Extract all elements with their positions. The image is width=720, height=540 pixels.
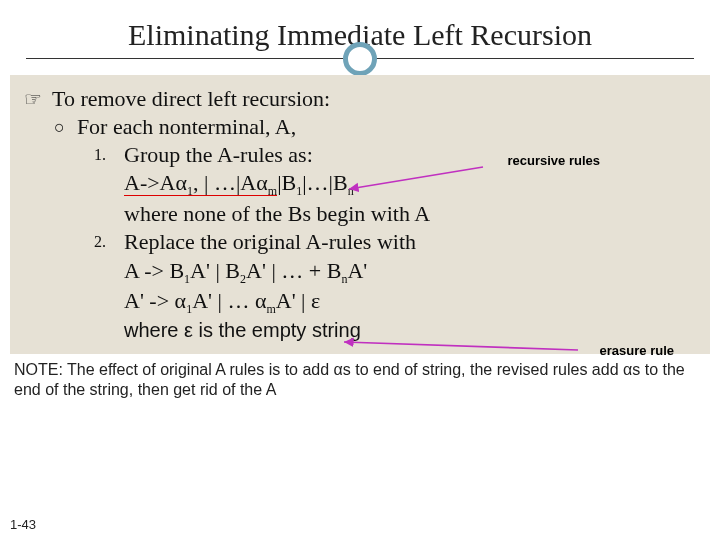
bullet-level2: ○ For each nonterminal, A,: [54, 113, 696, 141]
page-number: 1-43: [10, 517, 36, 532]
circle-bullet-icon: ○: [54, 113, 65, 141]
t: A' | B: [190, 258, 240, 283]
step2-line2: A' -> α1A' | … αmA' | ε: [124, 287, 696, 318]
t: |B: [277, 170, 296, 195]
svg-line-0: [349, 167, 483, 189]
note-text: NOTE: The effect of original A rules is …: [14, 360, 706, 400]
t: A' -> α: [124, 288, 186, 313]
t: A' | ε: [276, 288, 321, 313]
step1-where: where none of the Bs begin with A: [124, 200, 696, 228]
annot-erasure: erasure rule: [600, 343, 674, 360]
t: A -> B: [124, 258, 184, 283]
divider: [26, 58, 694, 59]
step2-intro: Replace the original A-rules with: [124, 228, 416, 256]
t: α: [256, 170, 268, 195]
step-number: 1.: [94, 141, 114, 169]
step-number: 2.: [94, 228, 114, 256]
level2-text: For each nonterminal, A,: [77, 113, 296, 141]
step2-line1: A -> B1A' | B2A' | … + BnA': [124, 257, 696, 288]
annot-recursive: recursive rules: [507, 153, 600, 170]
t: A' | … α: [192, 288, 266, 313]
t: A' | … + B: [246, 258, 341, 283]
arrow-recursive: [345, 165, 485, 195]
t: , | …|A: [193, 170, 256, 195]
t: A': [347, 258, 367, 283]
content-block: ☞ To remove direct left recursion: ○ For…: [10, 75, 710, 354]
t: A->A: [124, 170, 176, 195]
t: |…|B: [302, 170, 347, 195]
step-2: 2. Replace the original A-rules with: [94, 228, 696, 256]
ring-ornament: [343, 42, 377, 76]
t: α: [176, 170, 188, 195]
t: m: [266, 303, 275, 317]
t: m: [268, 185, 277, 199]
arrow-erasure: [340, 332, 580, 356]
bullet-level1: ☞ To remove direct left recursion:: [24, 85, 696, 113]
slide: Eliminating Immediate Left Recursion ☞ T…: [0, 0, 720, 540]
hand-bullet-icon: ☞: [24, 85, 42, 113]
recursive-underline: A->Aα1, | …|Aαm: [124, 170, 277, 196]
step1-intro: Group the A-rules as:: [124, 141, 313, 169]
svg-line-1: [344, 342, 578, 350]
level1-text: To remove direct left recursion:: [52, 85, 330, 113]
